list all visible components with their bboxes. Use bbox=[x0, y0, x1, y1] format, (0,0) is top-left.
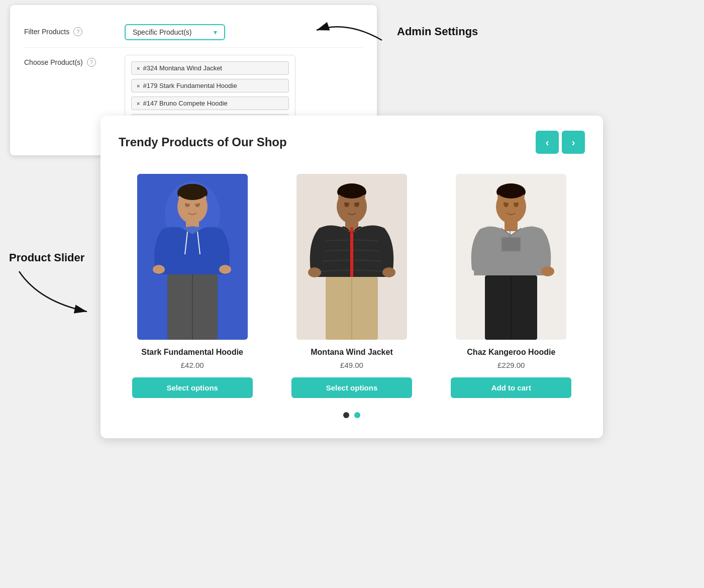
blue-hoodie-svg bbox=[137, 174, 248, 340]
admin-annotation-text: Admin Settings bbox=[397, 25, 478, 38]
admin-arrow-icon bbox=[307, 10, 387, 50]
tag-item: × #147 Bruno Compete Hoodie bbox=[131, 96, 289, 110]
svg-point-6 bbox=[219, 265, 231, 274]
tag-item: × #324 Montana Wind Jacket bbox=[131, 61, 289, 75]
product-image-1 bbox=[119, 169, 266, 340]
filter-dropdown-value: Specific Product(s) bbox=[133, 28, 191, 36]
svg-point-5 bbox=[153, 265, 165, 274]
svg-rect-31 bbox=[505, 222, 518, 231]
dot-1[interactable] bbox=[343, 412, 349, 418]
slider-annotation: Product Slider bbox=[9, 251, 99, 327]
product-name-1: Stark Fundamental Hoodie bbox=[141, 348, 243, 357]
tag-remove-icon[interactable]: × bbox=[137, 83, 140, 89]
product-card-3: Chaz Kangeroo Hoodie £229.00 Add to cart bbox=[438, 169, 585, 398]
product-price-3: £229.00 bbox=[497, 361, 525, 369]
choose-help-icon[interactable]: ? bbox=[87, 58, 96, 67]
svg-point-15 bbox=[178, 184, 207, 200]
product-image-2 bbox=[278, 169, 425, 340]
product-price-1: £42.00 bbox=[181, 361, 204, 369]
tag-label: #324 Montana Wind Jacket bbox=[143, 64, 222, 72]
dot-2[interactable] bbox=[354, 412, 360, 418]
product-btn-3[interactable]: Add to cart bbox=[451, 377, 571, 398]
tag-label: #179 Stark Fundamental Hoodie bbox=[143, 82, 237, 89]
choose-label-text: Choose Product(s) bbox=[24, 58, 83, 66]
filter-dropdown[interactable]: Specific Product(s) ▾ bbox=[125, 24, 225, 40]
svg-rect-19 bbox=[350, 227, 353, 277]
tag-item: × #179 Stark Fundamental Hoodie bbox=[131, 79, 289, 92]
slider-header: Trendy Products of Our Shop ‹ › bbox=[119, 131, 585, 154]
filter-help-icon[interactable]: ? bbox=[73, 27, 82, 36]
filter-label: Filter Products ? bbox=[24, 24, 105, 36]
svg-rect-33 bbox=[502, 238, 520, 251]
product-btn-2[interactable]: Select options bbox=[291, 377, 412, 398]
product-btn-1[interactable]: Select options bbox=[132, 377, 253, 398]
product-card-1: Stark Fundamental Hoodie £42.00 Select o… bbox=[119, 169, 266, 398]
svg-point-21 bbox=[382, 267, 395, 277]
slider-next-button[interactable]: › bbox=[562, 131, 585, 154]
svg-point-42 bbox=[497, 183, 525, 199]
product-card-2: Montana Wind Jacket £49.00 Select option… bbox=[278, 169, 425, 398]
product-image-3 bbox=[438, 169, 585, 340]
product-name-2: Montana Wind Jacket bbox=[311, 348, 392, 357]
product-price-2: £49.00 bbox=[340, 361, 363, 369]
choose-label: Choose Product(s) ? bbox=[24, 55, 105, 67]
tag-label: #147 Bruno Compete Hoodie bbox=[143, 100, 227, 107]
grey-hoodie-svg bbox=[456, 174, 566, 340]
tag-remove-icon[interactable]: × bbox=[137, 101, 140, 107]
admin-annotation: Admin Settings bbox=[397, 25, 478, 38]
slider-title: Trendy Products of Our Shop bbox=[119, 135, 287, 149]
slider-nav-buttons: ‹ › bbox=[536, 131, 585, 154]
svg-point-20 bbox=[308, 267, 321, 277]
svg-point-28 bbox=[338, 183, 366, 199]
slider-annotation-text: Product Slider bbox=[9, 251, 84, 264]
slider-prev-button[interactable]: ‹ bbox=[536, 131, 559, 154]
tag-remove-icon[interactable]: × bbox=[137, 65, 140, 71]
svg-point-35 bbox=[541, 266, 554, 276]
product-slider-panel: Trendy Products of Our Shop ‹ › bbox=[100, 116, 603, 438]
products-grid: Stark Fundamental Hoodie £42.00 Select o… bbox=[119, 169, 585, 398]
dark-jacket-svg bbox=[296, 174, 407, 340]
filter-label-text: Filter Products bbox=[24, 28, 69, 36]
product-name-3: Chaz Kangeroo Hoodie bbox=[467, 348, 555, 357]
slider-arrow-icon bbox=[9, 266, 99, 327]
chevron-down-icon: ▾ bbox=[214, 28, 217, 36]
slider-dots bbox=[119, 412, 585, 418]
